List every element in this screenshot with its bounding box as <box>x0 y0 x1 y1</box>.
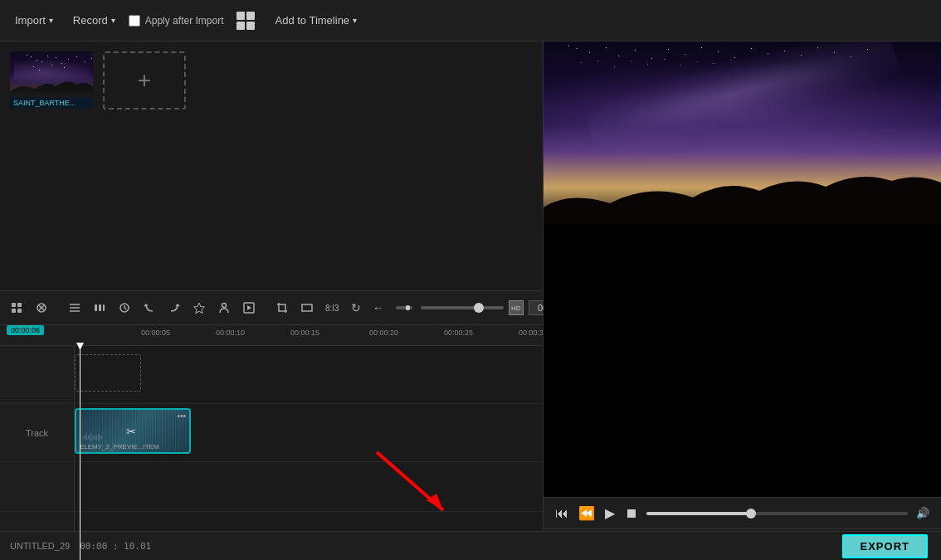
import-label: Import <box>15 14 46 27</box>
tool-crop[interactable] <box>272 299 292 317</box>
plus-icon: + <box>138 69 151 92</box>
record-chevron-icon: ▾ <box>111 16 115 25</box>
track-row-video: Track ••• ✂ ELEMY_2_PREVIE...ITEM <box>0 404 543 462</box>
project-name: UNTITLED_29 <box>10 541 70 551</box>
tool-columns[interactable] <box>90 299 110 317</box>
tool-range[interactable] <box>392 300 416 315</box>
svg-rect-10 <box>95 304 97 311</box>
wave-bar-8 <box>100 436 102 439</box>
arrow-left-icon: ← <box>373 301 384 314</box>
svg-rect-0 <box>12 303 16 307</box>
zoom-slider[interactable] <box>421 306 504 309</box>
svg-rect-12 <box>103 304 105 311</box>
ruler-marks: 00:00:05 00:00:10 00:00:15 00:00:20 00:0… <box>75 325 543 346</box>
app: Import ▾ Record ▾ Apply after Import Add… <box>0 0 941 560</box>
top-toolbar: Import ▾ Record ▾ Apply after Import Add… <box>0 0 941 41</box>
tool-person[interactable] <box>214 299 234 317</box>
tracks-container: Track ••• ✂ ELEMY_2_PREVIE...ITEM <box>0 346 543 560</box>
svg-rect-2 <box>12 309 16 313</box>
export-button[interactable]: EXPORT <box>842 534 928 558</box>
hill-silhouette <box>544 166 941 224</box>
apply-after-import-checkbox[interactable] <box>129 15 140 27</box>
svg-marker-16 <box>194 303 205 314</box>
progress-bar-thumb <box>746 509 756 519</box>
main-area: HD SAINT_BARTHE... <box>0 41 941 560</box>
timeline-area: 00:00:06 00:00:05 00:00:10 00:00:15 00:0… <box>0 325 543 560</box>
tool-arrow-left[interactable]: ← <box>369 299 388 317</box>
import-chevron-icon: ▾ <box>49 16 53 25</box>
apply-after-import-toggle: Apply after Import <box>129 15 224 27</box>
wave-bar-3 <box>88 435 90 440</box>
status-bar: UNTITLED_29 00:00 : 10.01 EXPORT <box>0 531 941 560</box>
track-label-video: Track <box>0 404 75 461</box>
tool-redo[interactable] <box>164 299 184 317</box>
waveform <box>83 429 183 446</box>
track-content-empty <box>75 346 543 403</box>
clip-menu-icon[interactable]: ••• <box>177 411 186 421</box>
sky-bg <box>544 41 941 224</box>
tool-play-square[interactable] <box>239 299 259 317</box>
tool-hd-small: HD <box>509 300 524 315</box>
import-button[interactable]: Import ▾ <box>8 11 60 30</box>
add-to-timeline-chevron-icon: ▾ <box>353 16 357 25</box>
svg-rect-22 <box>406 305 410 310</box>
track-content-3 <box>75 462 543 511</box>
volume-button[interactable]: 🔊 <box>914 505 931 521</box>
preview-area <box>544 41 941 497</box>
skip-back-button[interactable]: ⏮ <box>553 504 570 523</box>
left-panel: HD SAINT_BARTHE... <box>0 41 544 560</box>
tool-split[interactable] <box>7 299 27 317</box>
ruler-mark-25: 00:00:25 <box>444 329 473 337</box>
tool-clock[interactable] <box>115 299 134 317</box>
tool-list[interactable] <box>65 299 85 317</box>
track-row-empty <box>0 346 543 404</box>
progress-bar-fill <box>646 512 751 515</box>
add-media-button[interactable]: + <box>103 51 186 110</box>
track-name: Track <box>26 428 48 438</box>
timeline-tools: 8:I3 ↻ ← HD <box>0 290 543 325</box>
clip-placeholder <box>75 354 141 392</box>
tool-813[interactable]: 8:I3 <box>322 301 343 315</box>
wave-bar-1 <box>83 436 85 439</box>
add-to-timeline-button[interactable]: Add to Timeline ▾ <box>268 11 363 30</box>
time-code: 00:00 : 10.01 <box>80 541 151 552</box>
ruler-mark-30: 00:00:30 <box>519 329 543 337</box>
video-clip-1[interactable]: ••• ✂ ELEMY_2_PREVIE...ITEM <box>75 408 191 454</box>
ruler-mark-5: 00:00:05 <box>141 329 170 337</box>
add-to-timeline-label: Add to Timeline <box>275 14 349 27</box>
media-clip-1[interactable]: HD SAINT_BARTHE... <box>10 51 93 110</box>
stop-button[interactable]: ⏹ <box>623 504 640 523</box>
milky-way <box>582 41 903 164</box>
tool-refresh[interactable]: ↻ <box>348 299 364 317</box>
svg-rect-11 <box>99 304 101 311</box>
wave-bar-7 <box>98 434 100 441</box>
progress-bar[interactable] <box>646 512 908 515</box>
tool-star[interactable] <box>189 299 209 317</box>
zoom-slider-thumb <box>474 303 484 313</box>
play-button[interactable]: ▶ <box>603 504 617 523</box>
tool-undo-curve[interactable] <box>139 299 159 317</box>
time-ruler: 00:00:06 00:00:05 00:00:10 00:00:15 00:0… <box>0 325 543 346</box>
wave-bar-2 <box>85 434 87 441</box>
ruler-mark-15: 00:00:15 <box>290 329 319 337</box>
svg-point-17 <box>222 304 227 308</box>
track-content-video: ••• ✂ ELEMY_2_PREVIE...ITEM <box>75 404 543 461</box>
right-panel: ⏮ ⏪ ▶ ⏹ 🔊 <box>544 41 941 560</box>
track-row-3 <box>0 462 543 512</box>
svg-rect-1 <box>17 303 22 307</box>
step-back-button[interactable]: ⏪ <box>577 504 597 523</box>
preview-video <box>544 41 941 224</box>
grid-icon <box>236 12 255 30</box>
tool-aspect[interactable] <box>297 299 317 317</box>
media-library: HD SAINT_BARTHE... <box>0 41 543 290</box>
player-controls: ⏮ ⏪ ▶ ⏹ 🔊 <box>544 497 941 528</box>
svg-rect-20 <box>302 304 312 311</box>
ruler-mark-10: 00:00:10 <box>216 329 245 337</box>
record-button[interactable]: Record ▾ <box>66 11 122 30</box>
record-label: Record <box>73 14 108 27</box>
current-time-badge: 00:00:06 <box>7 325 44 335</box>
ruler-mark-20: 00:00:20 <box>369 329 398 337</box>
wave-bar-5 <box>93 436 95 440</box>
tool-fx[interactable] <box>32 299 51 317</box>
svg-line-15 <box>124 308 126 309</box>
